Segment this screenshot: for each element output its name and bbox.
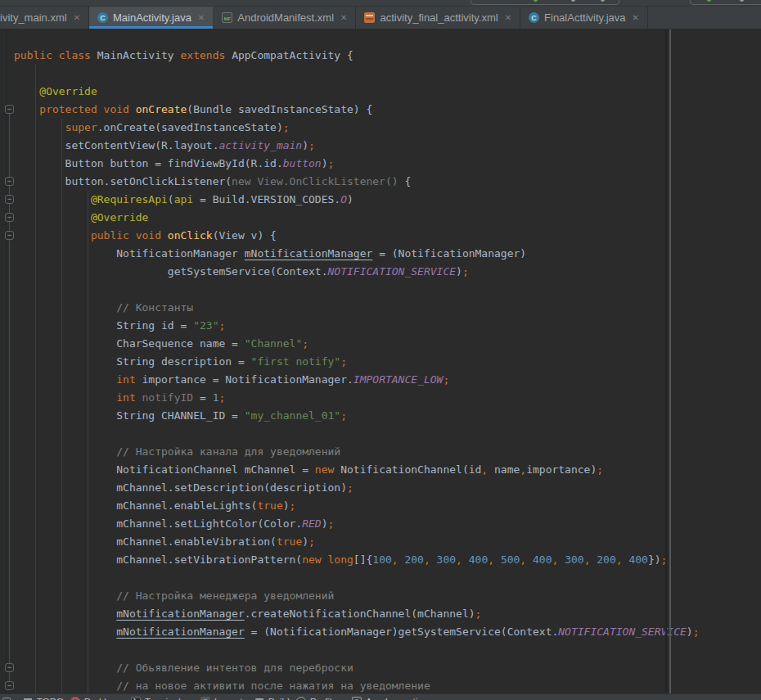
code-token: ;	[340, 355, 347, 368]
code-token: // Константы	[116, 301, 193, 314]
code-line: NotificationManager mNotificationManager…	[0, 245, 761, 263]
code-token: IMPORTANCE_LOW	[353, 373, 444, 386]
code-token: public void	[91, 229, 168, 242]
code-token: "first notify"	[251, 355, 341, 368]
code-token: true	[277, 535, 302, 548]
tab-label: ivity_main.xml	[0, 11, 67, 24]
tool-window-label: Problems	[84, 697, 124, 700]
code-editor[interactable]: public class MainActivity extends AppCom…	[0, 29, 761, 693]
code-token: importance)	[526, 463, 597, 476]
code-area[interactable]: public class MainActivity extends AppCom…	[0, 47, 761, 693]
fold-collapse-icon[interactable]: −	[5, 663, 14, 672]
code-token: })	[648, 553, 661, 566]
editor-tab-finalacttivity-java[interactable]: CFinalActtivity.java✕	[520, 7, 648, 29]
todo-icon	[23, 697, 33, 700]
code-token: ;	[302, 337, 308, 350]
fold-collapse-icon[interactable]: −	[5, 213, 14, 222]
code-line: // Настройка менеджера уведомлений	[0, 587, 761, 605]
terminal-icon	[131, 697, 141, 700]
code-token: ,	[552, 553, 565, 566]
code-token: 400	[628, 553, 647, 566]
code-line: CharSequence name = "Channel";	[0, 335, 761, 353]
tab-close-icon[interactable]: ✕	[74, 13, 80, 22]
tool-window-button-build[interactable]: Build	[254, 697, 290, 700]
code-token	[14, 662, 116, 674]
fold-collapse-icon[interactable]: −	[5, 105, 14, 114]
tool-window-label: TODO	[37, 697, 64, 700]
code-token: ;	[328, 517, 335, 530]
code-token: (Bundle savedInstanceState) {	[187, 103, 372, 115]
code-token	[14, 680, 116, 692]
code-token: ;	[693, 625, 700, 638]
code-token: 400	[533, 553, 552, 566]
code-token: // Обьявление интентов для переброски	[116, 662, 353, 674]
code-token: .createNotificationChannel(mChannel)	[245, 607, 475, 620]
code-token: 100	[372, 553, 391, 566]
code-token: mChannel.setDescription(description)	[14, 481, 347, 494]
code-token	[14, 193, 91, 205]
code-token: )	[687, 625, 693, 638]
device-status-icon	[707, 0, 711, 2]
code-token: ,	[424, 553, 437, 566]
tool-window-label: Terminal	[145, 697, 180, 700]
wrap-margin-guide	[665, 29, 667, 693]
code-token: ;	[218, 319, 225, 332]
tab-close-icon[interactable]: ✕	[505, 13, 511, 22]
toolbar-button-group[interactable]	[690, 0, 761, 5]
code-line: mChannel.enableLights(true);	[0, 497, 761, 515]
code-token: )	[302, 139, 308, 151]
tab-close-icon[interactable]: ✕	[633, 13, 639, 22]
code-line	[0, 281, 761, 299]
code-token: ;	[347, 481, 353, 494]
code-token: Button button = findViewById(R.id.	[14, 157, 283, 169]
tool-window-button-terminal[interactable]: Terminal	[131, 697, 180, 700]
fold-collapse-icon[interactable]: −	[5, 231, 14, 240]
toolbar-button-group[interactable]	[471, 0, 619, 5]
code-token: setContentView(R.layout.	[14, 139, 218, 151]
code-token: )	[302, 535, 308, 548]
code-token: (View v) {	[213, 229, 277, 242]
code-token: MainActivity	[97, 49, 181, 61]
code-token: ;	[308, 139, 315, 151]
editor-tab-androidmanifest-xml[interactable]: MFAndroidManifest.xml✕	[214, 7, 356, 29]
code-token	[14, 625, 116, 638]
tool-window-button-profiler[interactable]: Profiler	[296, 697, 340, 700]
tab-close-icon[interactable]: ✕	[340, 13, 347, 22]
code-token: 300	[437, 553, 456, 566]
tool-window-button-problems[interactable]: Problems	[70, 697, 124, 700]
code-token	[14, 445, 116, 458]
toolbar-dot-icon	[740, 0, 744, 2]
code-token: AppCompatActivity {	[232, 49, 353, 61]
code-token: = (NotificationManager)getSystemService(…	[245, 625, 559, 638]
code-line: // Обьявление интентов для переброски	[0, 659, 761, 677]
android-studio-window: ivity_main.xml✕CMainActivity.java✕MFAndr…	[0, 0, 761, 700]
tool-window-button-logcat[interactable]: Logcat	[200, 697, 243, 700]
editor-tab-activity-final-acttivity-xml[interactable]: activity_final_acttivity.xml✕	[356, 7, 520, 29]
tool-window-button-app-inspection[interactable]: App Inspection	[352, 697, 428, 700]
editor-tab-mainactivity-java[interactable]: CMainActivity.java✕	[89, 7, 214, 29]
code-line: // Настройка канала для уведомлений	[0, 443, 761, 461]
code-line: setContentView(R.layout.activity_main);	[0, 137, 761, 155]
code-token: 200	[597, 553, 615, 566]
code-token	[14, 391, 116, 404]
tool-window-button-todo[interactable]: TODO	[23, 697, 64, 700]
code-token: String description =	[14, 355, 251, 368]
code-token: ;	[597, 463, 603, 476]
device-status-icon	[534, 0, 538, 2]
code-token: 300	[565, 553, 583, 566]
tab-label: AndroidManifest.xml	[237, 11, 334, 24]
editor-tab-ivity-main-xml[interactable]: ivity_main.xml✕	[0, 7, 89, 29]
fold-collapse-icon[interactable]: −	[5, 195, 14, 204]
code-token: mChannel.enableLights(	[14, 499, 257, 512]
code-line	[0, 569, 761, 587]
code-token: )	[283, 499, 290, 512]
tool-window-bar: TODOProblemsTerminalLogcatBuildProfilerA…	[0, 693, 761, 700]
code-line: public void onClick(View v) {	[0, 227, 761, 245]
code-token: @Override	[91, 211, 148, 224]
code-token: mNotificationManager	[116, 607, 245, 620]
code-token: ,	[616, 553, 629, 566]
fold-collapse-icon[interactable]: −	[5, 681, 14, 690]
fold-collapse-icon[interactable]: −	[5, 177, 14, 186]
code-token: new long	[302, 553, 353, 566]
tab-close-icon[interactable]: ✕	[198, 13, 205, 22]
